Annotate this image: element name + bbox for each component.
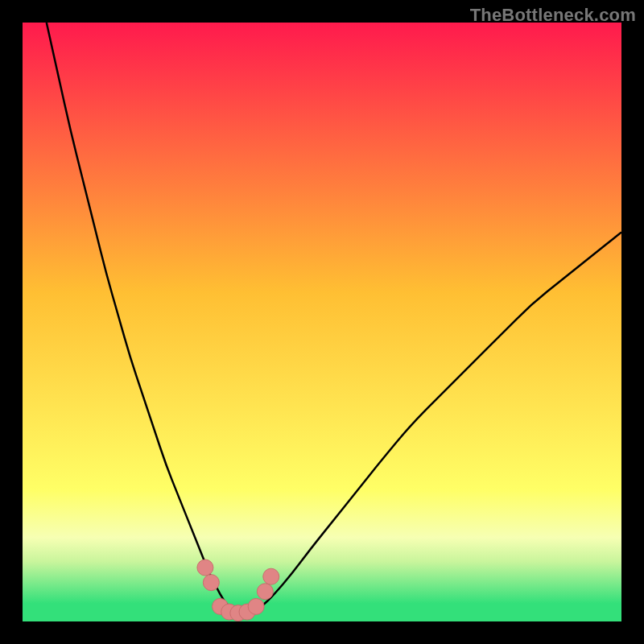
chart-plot-area xyxy=(23,23,621,621)
chart-frame: TheBottleneck.com xyxy=(0,0,644,644)
watermark-text: TheBottleneck.com xyxy=(470,5,636,26)
